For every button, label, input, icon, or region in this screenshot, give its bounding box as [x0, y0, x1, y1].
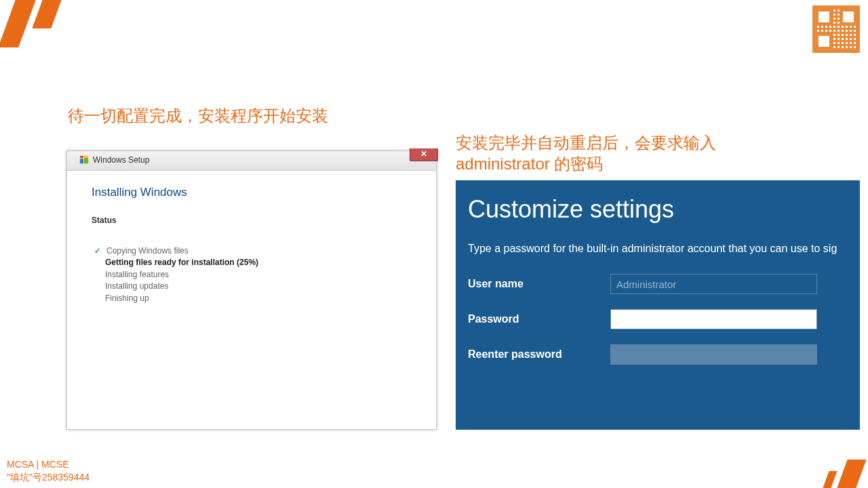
- footer: MCSA | MCSE "填坑"号258359444: [7, 458, 90, 484]
- customize-settings-panel: Customize settings Type a password for t…: [456, 180, 860, 430]
- qr-code: [812, 5, 860, 53]
- install-steps: ✓Copying Windows files Getting files rea…: [94, 245, 412, 304]
- svg-rect-3: [84, 156, 88, 157]
- close-button[interactable]: ✕: [410, 148, 438, 161]
- checkmark-icon: ✓: [94, 245, 104, 257]
- setup-heading: Installing Windows: [92, 186, 412, 199]
- username-field: [610, 274, 817, 294]
- windows-setup-icon: [79, 155, 89, 165]
- titlebar: Windows Setup ✕: [67, 151, 436, 171]
- password-label: Password: [468, 313, 610, 325]
- customize-description: Type a password for the built-in adminis…: [468, 243, 860, 255]
- customize-heading: Customize settings: [468, 195, 860, 224]
- caption-right: 安装完毕并自动重启后，会要求输入 administrator 的密码: [456, 132, 716, 174]
- reenter-password-field[interactable]: [610, 344, 817, 365]
- step-getting-ready: Getting files ready for installation (25…: [105, 257, 412, 268]
- reenter-password-label: Reenter password: [468, 348, 610, 361]
- step-finishing: Finishing up: [105, 293, 412, 304]
- svg-rect-0: [80, 159, 83, 163]
- caption-left: 待一切配置完成，安装程序开始安装: [68, 105, 328, 126]
- footer-line2: "填坑"号258359444: [7, 471, 90, 484]
- svg-rect-2: [80, 156, 83, 159]
- svg-rect-1: [84, 158, 88, 164]
- window-title: Windows Setup: [93, 155, 149, 165]
- footer-line1: MCSA | MCSE: [7, 458, 90, 471]
- username-label: User name: [468, 278, 610, 290]
- password-field[interactable]: [610, 309, 817, 329]
- status-label: Status: [92, 216, 412, 225]
- step-installing-updates: Installing updates: [105, 281, 412, 292]
- step-copying: Copying Windows files: [106, 245, 189, 257]
- step-installing-features: Installing features: [105, 269, 412, 281]
- windows-setup-window: Windows Setup ✕ Installing Windows Statu…: [66, 150, 437, 430]
